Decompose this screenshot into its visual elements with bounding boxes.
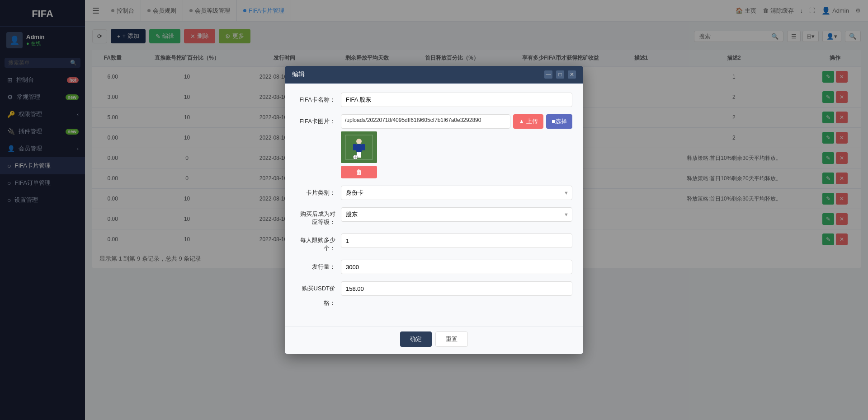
modal-overlay: 编辑 — □ ✕ FIFA卡名称： FIFA卡图片： /uploads/2022… — [0, 0, 868, 420]
svg-rect-4 — [353, 144, 356, 150]
delete-image-btn[interactable]: 🗑 — [341, 166, 377, 178]
confirm-button[interactable]: 确定 — [400, 331, 432, 347]
card-type-select-wrap: 身份卡 功能卡 特殊卡 ▼ — [341, 186, 572, 200]
file-path-display: /uploads/20220718/4095dff61f9605cf7b1f67… — [341, 114, 510, 129]
price-input[interactable] — [341, 281, 572, 296]
card-type-select[interactable]: 身份卡 功能卡 特殊卡 — [341, 186, 572, 200]
buy-level-select[interactable]: 股东 合伙人 代理 — [341, 207, 572, 222]
svg-point-2 — [356, 139, 362, 144]
buy-level-row: 购买后成为对应等级： 股东 合伙人 代理 ▼ — [296, 207, 572, 226]
card-image-row: FIFA卡图片： /uploads/20220718/4095dff61f960… — [296, 114, 572, 178]
modal-header: 编辑 — □ ✕ — [285, 66, 583, 84]
card-name-input[interactable] — [341, 93, 572, 107]
limit-label: 每人限购多少个： — [296, 233, 341, 252]
card-type-label: 卡片类别： — [296, 186, 341, 200]
select-btn[interactable]: ■选择 — [546, 114, 572, 129]
supply-row: 发行量： — [296, 260, 572, 274]
file-row: /uploads/20220718/4095dff61f9605cf7b1f67… — [341, 114, 572, 129]
modal-title: 编辑 — [292, 70, 305, 79]
supply-label: 发行量： — [296, 260, 341, 274]
card-type-row: 卡片类别： 身份卡 功能卡 特殊卡 ▼ — [296, 186, 572, 200]
limit-input[interactable] — [341, 233, 572, 248]
upload-icon: ▲ — [519, 118, 524, 125]
card-name-label: FIFA卡名称： — [296, 93, 341, 107]
preview-image — [341, 131, 377, 163]
select-label: ■选择 — [552, 117, 567, 126]
price-row: 购买USDT价格： — [296, 281, 572, 310]
modal-footer: 确定 重置 — [285, 327, 583, 354]
buy-level-select-wrap: 股东 合伙人 代理 ▼ — [341, 207, 572, 222]
modal-close-btn[interactable]: ✕ — [568, 70, 576, 79]
card-name-row: FIFA卡名称： — [296, 93, 572, 107]
modal-controls: — □ ✕ — [544, 70, 576, 79]
modal-minimize-btn[interactable]: — — [544, 70, 552, 79]
supply-input[interactable] — [341, 260, 572, 274]
buy-level-label: 购买后成为对应等级： — [296, 207, 341, 226]
modal-body: FIFA卡名称： FIFA卡图片： /uploads/20220718/4095… — [285, 84, 583, 327]
svg-rect-3 — [356, 144, 362, 152]
modal-restore-btn[interactable]: □ — [556, 70, 564, 79]
upload-label: 上传 — [526, 117, 538, 126]
price-label: 购买USDT价格： — [296, 281, 341, 310]
upload-btn[interactable]: ▲ 上传 — [513, 114, 543, 129]
edit-modal: 编辑 — □ ✕ FIFA卡名称： FIFA卡图片： /uploads/2022… — [285, 66, 583, 355]
svg-rect-7 — [359, 152, 361, 158]
image-preview-wrap: 🗑 — [341, 131, 572, 178]
card-image-label: FIFA卡图片： — [296, 114, 341, 129]
image-preview — [341, 131, 377, 163]
limit-row: 每人限购多少个： — [296, 233, 572, 252]
svg-rect-5 — [362, 144, 365, 150]
reset-button[interactable]: 重置 — [435, 331, 468, 347]
